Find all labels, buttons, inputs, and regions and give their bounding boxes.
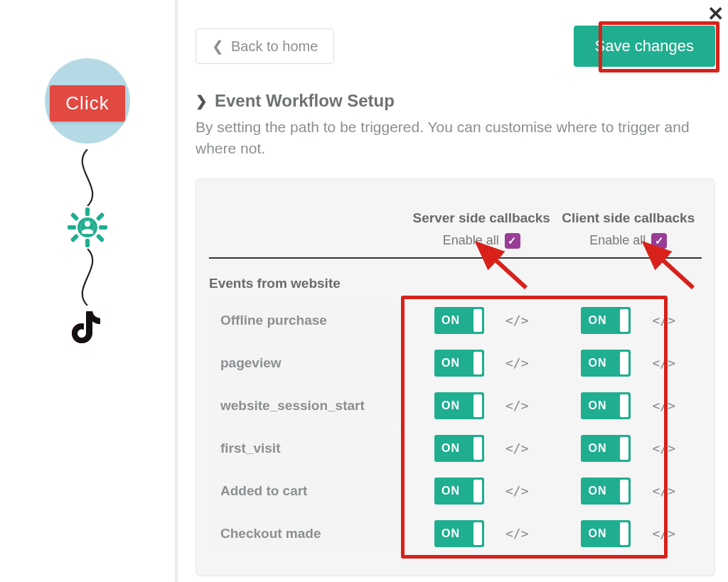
- section-title: Event Workflow Setup: [215, 91, 395, 111]
- tiktok-icon: [72, 309, 103, 345]
- client-toggle[interactable]: ON: [581, 520, 631, 547]
- server-toggle[interactable]: ON: [434, 307, 484, 334]
- code-icon[interactable]: </>: [652, 313, 675, 328]
- client-column-title: Client side callbacks: [555, 210, 702, 226]
- svg-rect-7: [96, 212, 105, 222]
- event-name: Added to cart: [209, 473, 408, 509]
- chevron-right-icon: ❯: [196, 92, 208, 109]
- event-row: Checkout madeON</>ON</>: [209, 516, 702, 551]
- event-name: first_visit: [209, 431, 408, 466]
- client-cell: ON</>: [555, 435, 702, 462]
- svg-rect-3: [68, 225, 76, 230]
- event-name: pageview: [209, 345, 408, 381]
- client-cell: ON</>: [555, 307, 702, 334]
- client-toggle[interactable]: ON: [581, 478, 631, 505]
- svg-rect-6: [96, 234, 105, 243]
- client-column-header: Client side callbacks Enable all ✓: [555, 210, 702, 249]
- client-toggle[interactable]: ON: [581, 350, 631, 377]
- client-cell: ON</>: [555, 478, 702, 505]
- event-row: Offline purchaseON</>ON</>: [209, 303, 702, 338]
- server-cell: ON</>: [408, 520, 555, 547]
- code-icon[interactable]: </>: [652, 526, 675, 541]
- client-enable-all[interactable]: Enable all ✓: [589, 233, 667, 249]
- client-cell: ON</>: [555, 520, 702, 547]
- click-label: Click: [50, 85, 124, 122]
- event-row: first_visitON</>ON</>: [209, 431, 702, 466]
- events-heading: Events from website: [209, 276, 702, 291]
- checkbox-checked-icon[interactable]: ✓: [651, 233, 667, 249]
- server-toggle[interactable]: ON: [434, 478, 484, 505]
- svg-rect-2: [85, 239, 90, 247]
- server-toggle[interactable]: ON: [434, 435, 484, 462]
- events-panel: Server side callbacks Enable all ✓ Clien…: [196, 178, 715, 576]
- enable-all-label: Enable all: [589, 233, 646, 248]
- code-icon[interactable]: </>: [652, 355, 675, 370]
- connector-line: [66, 249, 109, 306]
- checkbox-checked-icon[interactable]: ✓: [505, 233, 520, 249]
- back-button[interactable]: ❮ Back to home: [196, 28, 334, 64]
- back-button-label: Back to home: [231, 38, 318, 55]
- event-row: Added to cartON</>ON</>: [209, 473, 702, 509]
- event-row: website_session_startON</>ON</>: [209, 388, 702, 424]
- event-name: Offline purchase: [209, 303, 408, 338]
- connector-line: [66, 149, 109, 206]
- save-button[interactable]: Save changes: [574, 26, 715, 67]
- server-cell: ON</>: [408, 435, 555, 462]
- client-toggle[interactable]: ON: [581, 307, 631, 334]
- server-cell: ON</>: [408, 350, 555, 377]
- server-column-title: Server side callbacks: [408, 210, 555, 226]
- server-enable-all[interactable]: Enable all ✓: [443, 233, 520, 249]
- server-toggle[interactable]: ON: [434, 350, 484, 377]
- client-cell: ON</>: [555, 350, 702, 377]
- column-header-row: Server side callbacks Enable all ✓ Clien…: [209, 193, 702, 259]
- click-node[interactable]: Click: [38, 57, 137, 149]
- event-name: website_session_start: [209, 388, 408, 424]
- code-icon[interactable]: </>: [505, 483, 529, 498]
- event-rows: Offline purchaseON</>ON</>pageviewON</>O…: [209, 303, 702, 551]
- tiktok-node[interactable]: [66, 306, 109, 348]
- client-cell: ON</>: [555, 392, 702, 419]
- svg-rect-4: [99, 225, 107, 230]
- client-toggle[interactable]: ON: [581, 392, 631, 419]
- server-toggle[interactable]: ON: [434, 392, 484, 419]
- top-bar: ❮ Back to home Save changes: [196, 26, 715, 67]
- event-name: Checkout made: [209, 516, 408, 551]
- save-button-label: Save changes: [595, 37, 694, 55]
- svg-rect-8: [70, 234, 80, 243]
- code-icon[interactable]: </>: [652, 441, 675, 456]
- server-cell: ON</>: [408, 392, 555, 419]
- server-column-header: Server side callbacks Enable all ✓: [408, 210, 555, 249]
- close-icon[interactable]: ✕: [707, 4, 724, 24]
- svg-rect-1: [85, 208, 90, 216]
- chevron-left-icon: ❮: [212, 38, 224, 55]
- code-icon[interactable]: </>: [505, 313, 529, 328]
- gear-icon: [68, 208, 107, 247]
- svg-rect-5: [70, 212, 80, 222]
- code-icon[interactable]: </>: [505, 398, 529, 413]
- enable-all-label: Enable all: [443, 233, 499, 248]
- code-icon[interactable]: </>: [652, 398, 675, 413]
- code-icon[interactable]: </>: [652, 483, 675, 498]
- section-heading[interactable]: ❯ Event Workflow Setup: [196, 91, 715, 111]
- server-cell: ON</>: [408, 307, 555, 334]
- code-icon[interactable]: </>: [505, 355, 529, 370]
- event-row: pageviewON</>ON</>: [209, 345, 702, 381]
- server-toggle[interactable]: ON: [434, 520, 484, 547]
- sidebar: Click: [0, 0, 178, 582]
- server-cell: ON</>: [408, 478, 555, 505]
- code-icon[interactable]: </>: [505, 441, 529, 456]
- code-icon[interactable]: </>: [505, 526, 529, 541]
- main-content: ✕ ❮ Back to home Save changes ❯ Event Wo…: [178, 0, 728, 582]
- svg-point-10: [85, 221, 90, 227]
- section-description: By setting the path to be triggered. You…: [196, 117, 715, 160]
- gear-node[interactable]: [66, 206, 109, 249]
- client-toggle[interactable]: ON: [581, 435, 631, 462]
